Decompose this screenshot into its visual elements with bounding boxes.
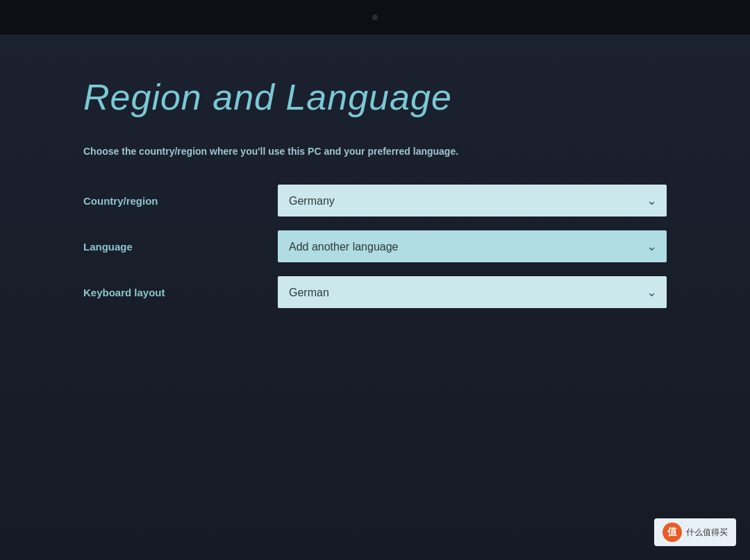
country-region-label: Country/region: [83, 195, 278, 207]
top-bar: [0, 0, 750, 35]
keyboard-layout-row: Keyboard layout German United States Uni…: [83, 276, 667, 308]
language-label: Language: [83, 241, 278, 253]
watermark: 值 什么值得买: [654, 518, 736, 546]
form-section: Country/region Germany United States Uni…: [83, 185, 667, 322]
main-content: Region and Language Choose the country/r…: [0, 35, 750, 560]
watermark-icon-text: 值: [667, 526, 677, 538]
page-description: Choose the country/region where you'll u…: [83, 146, 667, 157]
keyboard-layout-select[interactable]: German United States United Kingdom Fren…: [278, 276, 667, 308]
country-region-select[interactable]: Germany United States United Kingdom Fra…: [278, 185, 667, 217]
country-region-select-wrapper: Germany United States United Kingdom Fra…: [278, 185, 667, 217]
camera-dot: [372, 15, 378, 20]
page-title: Region and Language: [83, 76, 667, 118]
language-row: Language Add another language English (U…: [83, 230, 667, 262]
language-select[interactable]: Add another language English (United Sta…: [278, 230, 667, 262]
keyboard-layout-label: Keyboard layout: [83, 287, 278, 298]
language-select-wrapper: Add another language English (United Sta…: [278, 230, 667, 262]
watermark-icon: 值: [662, 523, 682, 542]
country-region-row: Country/region Germany United States Uni…: [83, 185, 667, 217]
keyboard-select-wrapper: German United States United Kingdom Fren…: [278, 276, 667, 308]
watermark-label: 什么值得买: [686, 527, 728, 538]
